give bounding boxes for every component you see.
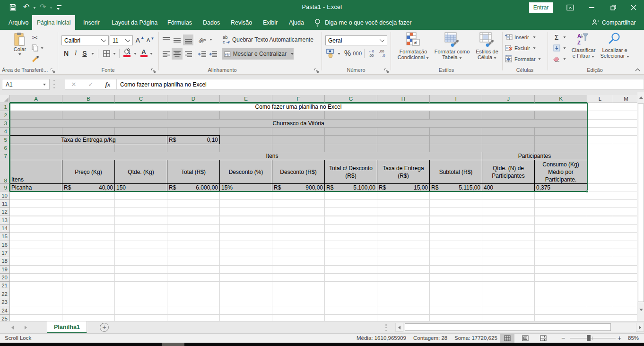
cell-J23[interactable] [482, 298, 535, 306]
cell-C17[interactable] [115, 249, 167, 257]
cell-M9[interactable] [613, 184, 637, 191]
cell-G6[interactable] [325, 144, 377, 152]
formula-input[interactable]: Como fazer uma planilha no Excel [117, 81, 207, 88]
row-header-25[interactable]: 25 [0, 315, 10, 321]
cell-H5[interactable] [377, 136, 430, 144]
cell-F18[interactable] [272, 257, 325, 265]
cell-D13[interactable] [167, 216, 220, 225]
cell-A4[interactable] [10, 128, 62, 136]
cell-G8[interactable]: Total c/ Desconto (R$) [324, 160, 377, 183]
cell-F25[interactable] [272, 315, 325, 321]
tab-inserir[interactable]: Inserir [81, 15, 102, 30]
cell-I24[interactable] [430, 306, 482, 314]
cell-C13[interactable] [115, 216, 167, 225]
cell-L15[interactable] [587, 233, 613, 241]
cell-I9[interactable]: R$5.115,00 [429, 183, 482, 191]
cell-F22[interactable] [272, 290, 325, 298]
page-break-view-button[interactable] [536, 334, 550, 343]
format-cells-button[interactable]: Formatar [505, 55, 541, 63]
cell-L16[interactable] [587, 241, 613, 249]
cell-M18[interactable] [613, 257, 637, 265]
tab-exibir[interactable]: Exibir [261, 15, 279, 30]
column-header-H[interactable]: H [377, 95, 430, 103]
cell-B10[interactable] [62, 191, 115, 199]
cell-L19[interactable] [587, 266, 613, 274]
cell-C8[interactable]: Qtde. (Kg) [114, 160, 167, 183]
column-header-M[interactable]: M [613, 95, 637, 103]
cell-E17[interactable] [220, 249, 272, 257]
cell-B6[interactable] [62, 144, 115, 152]
column-header-F[interactable]: F [272, 95, 325, 103]
tab-pagina-inicial[interactable]: Página Inicial [32, 15, 75, 30]
cell-I16[interactable] [430, 241, 482, 249]
font-dialog-launcher-icon[interactable] [151, 68, 156, 73]
cell-G10[interactable] [325, 191, 377, 199]
cell-E8[interactable]: Desconto (%) [219, 160, 272, 183]
paste-button[interactable]: Colar [9, 32, 31, 55]
underline-button[interactable]: S [80, 49, 89, 58]
cell-B19[interactable] [62, 266, 115, 274]
font-name-combo[interactable]: Calibri [61, 35, 109, 45]
row-header-21[interactable]: 21 [0, 282, 10, 290]
cell-E10[interactable] [220, 191, 272, 199]
cell-styles-button[interactable]: Estilos de Célula [473, 32, 501, 60]
cell-A19[interactable] [10, 266, 62, 274]
cell-D12[interactable] [167, 208, 220, 216]
cell-H20[interactable] [377, 274, 430, 282]
cell-L3[interactable] [587, 120, 613, 128]
accounting-format-dropdown[interactable] [337, 52, 341, 56]
scroll-down-button[interactable] [637, 304, 644, 315]
cell-F15[interactable] [272, 233, 325, 241]
cell-C10[interactable] [115, 191, 167, 199]
cell-L17[interactable] [587, 249, 613, 257]
cell-C25[interactable] [115, 315, 167, 321]
cell-M17[interactable] [613, 249, 637, 257]
zoom-in-button[interactable]: + [618, 334, 621, 342]
cell-D23[interactable] [167, 298, 220, 306]
cell-K2[interactable] [535, 111, 587, 119]
cell-G5[interactable] [325, 136, 377, 144]
cell-G16[interactable] [325, 241, 377, 249]
cell-M21[interactable] [613, 282, 637, 290]
cell-F19[interactable] [272, 266, 325, 274]
cell-G22[interactable] [325, 290, 377, 298]
cell-F16[interactable] [272, 241, 325, 249]
cell-E6[interactable] [220, 144, 272, 152]
cell-C12[interactable] [115, 208, 167, 216]
spreadsheet-grid[interactable]: ABCDEFGHIJKLM123456789101112131415161718… [0, 92, 637, 321]
page-layout-view-button[interactable] [518, 334, 532, 343]
cell-H17[interactable] [377, 249, 430, 257]
find-select-button[interactable]: Localizar e Selecionar [600, 32, 630, 59]
cell-K16[interactable] [535, 241, 587, 249]
cell-D2[interactable] [167, 111, 220, 119]
cell-H9[interactable]: R$15,00 [377, 183, 429, 191]
cell-L4[interactable] [587, 128, 613, 136]
cell-J24[interactable] [482, 306, 535, 314]
autosum-dropdown[interactable] [562, 35, 567, 40]
cell-K23[interactable] [535, 298, 587, 306]
column-header-G[interactable]: G [325, 95, 377, 103]
row-header-7[interactable]: 7 [0, 152, 10, 160]
cell-K9[interactable]: 0,375 [534, 183, 587, 191]
cell-I22[interactable] [430, 290, 482, 298]
new-sheet-button[interactable]: + [100, 323, 109, 332]
cell-A11[interactable] [10, 200, 62, 208]
cell-F10[interactable] [272, 191, 325, 199]
cell-D21[interactable] [167, 282, 220, 290]
cell-K24[interactable] [535, 306, 587, 314]
cell-L7[interactable] [587, 152, 613, 160]
cell-E12[interactable] [220, 208, 272, 216]
cell-J7[interactable]: Participantes [482, 152, 587, 160]
cell-G21[interactable] [325, 282, 377, 290]
row-header-5[interactable]: 5 [0, 136, 10, 144]
cell-K18[interactable] [535, 257, 587, 265]
cell-A21[interactable] [10, 282, 62, 290]
alignment-dialog-launcher-icon[interactable] [314, 68, 319, 73]
cell-F4[interactable] [272, 128, 325, 136]
cell-G19[interactable] [325, 266, 377, 274]
merge-center-button[interactable]: Mesclar e Centralizar [222, 48, 294, 60]
cell-D4[interactable] [167, 128, 220, 136]
cell-I11[interactable] [430, 200, 482, 208]
cell-M10[interactable] [613, 191, 637, 199]
cell-K6[interactable] [535, 144, 587, 152]
